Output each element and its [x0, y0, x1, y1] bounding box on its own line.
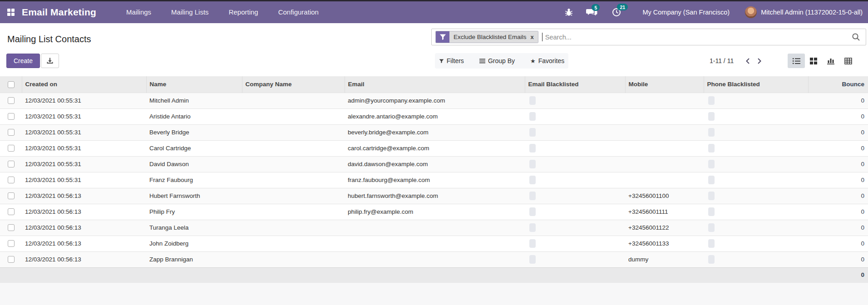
view-switcher	[788, 53, 857, 69]
row-checkbox[interactable]	[0, 156, 22, 172]
favorites-star-icon: ★	[530, 58, 536, 64]
graph-view-icon	[827, 57, 835, 64]
column-header-phone-blacklisted[interactable]: Phone Blacklisted	[704, 76, 808, 93]
disabled-checkbox	[529, 144, 536, 152]
create-button[interactable]: Create	[6, 54, 40, 68]
table-row[interactable]: 12/03/2021 00:56:13Zapp Brannigandummy0	[0, 251, 868, 267]
debug-bug-icon[interactable]	[564, 8, 573, 17]
search-icon[interactable]	[852, 33, 860, 41]
search-input[interactable]	[542, 34, 852, 41]
company-switcher[interactable]: My Company (San Francisco)	[642, 9, 730, 16]
cell-bounce: 0	[808, 156, 868, 172]
table-row[interactable]: 12/03/2021 00:56:13Philip Fryphilip.fry@…	[0, 204, 868, 220]
row-checkbox[interactable]	[0, 220, 22, 236]
row-checkbox[interactable]	[0, 204, 22, 220]
table-row[interactable]: 12/03/2021 00:55:31Carol Cartridgecarol.…	[0, 140, 868, 156]
nav-item-mailing-lists[interactable]: Mailing Lists	[161, 1, 219, 23]
user-menu[interactable]: Mitchell Admin (11372002-15-0-all)	[745, 6, 863, 18]
next-page-button[interactable]	[754, 58, 765, 64]
page-title: Mailing List Contacts	[7, 34, 91, 44]
download-icon	[46, 57, 54, 64]
graph-view-button[interactable]	[822, 54, 839, 68]
cell-mobile	[625, 93, 704, 108]
table-row[interactable]: 12/03/2021 00:55:31Franz Faubourgfranz.f…	[0, 172, 868, 188]
cell-bounce: 0	[808, 93, 868, 108]
row-checkbox[interactable]	[0, 108, 22, 124]
nav-item-reporting[interactable]: Reporting	[219, 1, 268, 23]
nav-item-mailings[interactable]: Mailings	[116, 1, 161, 23]
cell-bounce: 0	[808, 204, 868, 220]
column-header-name[interactable]: Name	[146, 76, 242, 93]
table-row[interactable]: 12/03/2021 00:56:13John Zoidberg+3245600…	[0, 236, 868, 251]
row-checkbox[interactable]	[0, 93, 22, 108]
cell-company-name	[242, 124, 345, 140]
cell-company-name	[242, 108, 345, 124]
cell-name: Carol Cartridge	[146, 140, 242, 156]
column-header-email-blacklisted[interactable]: Email Blacklisted	[525, 76, 625, 93]
app-title[interactable]: Email Marketing	[22, 7, 96, 18]
contact-rows: 12/03/2021 00:55:31Mitchell Adminadmin@y…	[0, 93, 868, 267]
table-row[interactable]: 12/03/2021 00:55:31Mitchell Adminadmin@y…	[0, 93, 868, 108]
table-footer-row: 0	[0, 267, 868, 282]
select-all-checkbox[interactable]	[0, 76, 22, 93]
table-row[interactable]: 12/03/2021 00:55:31David Dawsondavid.daw…	[0, 156, 868, 172]
favorites-button[interactable]: ★ Favorites	[530, 57, 564, 64]
pager: 1-11 / 11	[710, 53, 765, 69]
table-row[interactable]: 12/03/2021 00:56:13Turanga Leela+3245600…	[0, 220, 868, 236]
column-header-email[interactable]: Email	[345, 76, 525, 93]
column-header-created-on[interactable]: Created on	[22, 76, 146, 93]
disabled-checkbox	[529, 223, 536, 232]
table-row[interactable]: 12/03/2021 00:55:31Beverly Bridgebeverly…	[0, 124, 868, 140]
pager-range[interactable]: 1-11 / 11	[710, 57, 734, 64]
cell-created-on: 12/03/2021 00:56:13	[22, 220, 146, 236]
messages-icon[interactable]: 5	[586, 8, 598, 17]
disabled-checkbox	[529, 160, 536, 168]
kanban-view-button[interactable]	[805, 54, 822, 68]
cell-name: Turanga Leela	[146, 220, 242, 236]
row-checkbox[interactable]	[0, 172, 22, 188]
cell-mobile: +32456001100	[625, 188, 704, 204]
disabled-checkbox	[529, 112, 536, 121]
nav-item-configuration[interactable]: Configuration	[268, 1, 329, 23]
nav-menus: Mailings Mailing Lists Reporting Configu…	[116, 1, 329, 23]
navbar: Email Marketing Mailings Mailing Lists R…	[0, 1, 868, 23]
list-view-button[interactable]	[788, 54, 805, 68]
row-checkbox[interactable]	[0, 236, 22, 251]
cell-company-name	[242, 93, 345, 108]
cell-created-on: 12/03/2021 00:56:13	[22, 251, 146, 267]
disabled-checkbox	[529, 255, 536, 264]
group-by-button[interactable]: Group By	[479, 57, 515, 64]
table-row[interactable]: 12/03/2021 00:55:31Aristide Antarioalexa…	[0, 108, 868, 124]
cell-bounce: 0	[808, 188, 868, 204]
disabled-checkbox	[708, 160, 715, 168]
row-checkbox[interactable]	[0, 140, 22, 156]
table-row[interactable]: 12/03/2021 00:56:13Hubert Farnsworthhube…	[0, 188, 868, 204]
apps-grid-icon[interactable]	[6, 8, 15, 17]
activities-badge: 21	[617, 4, 628, 10]
facet-remove-icon[interactable]: x	[528, 31, 538, 43]
content-background	[0, 282, 868, 305]
column-header-bounce[interactable]: Bounce	[808, 76, 868, 93]
cell-phone-blacklisted	[704, 220, 808, 236]
table-header-row: Created on Name Company Name Email Email…	[0, 76, 868, 93]
row-checkbox[interactable]	[0, 251, 22, 267]
cell-mobile	[625, 108, 704, 124]
filters-button[interactable]: Filters	[439, 57, 464, 64]
activities-clock-icon[interactable]: 21	[612, 7, 621, 17]
search-options: Filters Group By ★ Favorites	[435, 53, 568, 69]
cell-created-on: 12/03/2021 00:55:31	[22, 156, 146, 172]
search-bar[interactable]: Exclude Blacklisted Emails x	[431, 29, 866, 45]
previous-page-button[interactable]	[742, 58, 754, 64]
cell-name: Zapp Brannigan	[146, 251, 242, 267]
column-header-company-name[interactable]: Company Name	[242, 76, 345, 93]
export-button[interactable]	[41, 54, 59, 68]
row-checkbox[interactable]	[0, 124, 22, 140]
pivot-view-button[interactable]	[839, 54, 857, 68]
column-header-mobile[interactable]: Mobile	[625, 76, 704, 93]
cell-phone-blacklisted	[704, 251, 808, 267]
row-checkbox[interactable]	[0, 188, 22, 204]
cell-phone-blacklisted	[704, 93, 808, 108]
kanban-view-icon	[810, 58, 817, 64]
app-window: Email Marketing Mailings Mailing Lists R…	[0, 0, 868, 305]
cell-created-on: 12/03/2021 00:55:31	[22, 93, 146, 108]
